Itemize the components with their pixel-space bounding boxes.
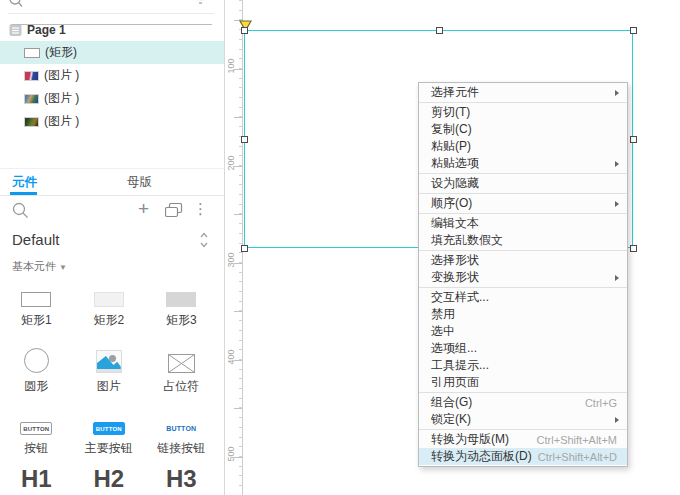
chevron-up-down-icon [199,231,209,249]
placeholder-icon [168,354,195,373]
widget-h3[interactable]: H3 [145,455,218,495]
rectangle2-icon [94,292,124,307]
menu-item-shortcut: Ctrl+G [585,397,619,409]
resize-handle-top-right[interactable] [630,27,637,34]
menu-item-label: 交互样式... [431,289,489,306]
context-menu: 选择元件 剪切(T) 复制(C) 粘贴(P) 粘贴选项 设为隐藏 顺序(O) 编… [418,82,628,467]
widget-label: 图片 [97,380,121,393]
menu-item-label: 组合(G) [431,394,472,411]
resize-handle-middle-left[interactable] [241,136,248,143]
menu-item-group[interactable]: 组合(G)Ctrl+G [419,394,627,411]
outline-item-label: (矩形) [45,44,77,61]
menu-item-select-shape[interactable]: 选择形状 [419,252,627,269]
menu-item-label: 顺序(O) [431,195,472,212]
menu-item-transform-shape[interactable]: 变换形状 [419,269,627,286]
widget-search-icon[interactable] [12,202,29,219]
widget-circle[interactable]: 圆形 [0,327,73,393]
libraries-icon[interactable] [165,203,183,218]
widget-h1[interactable]: H1 [0,455,73,495]
submenu-arrow-icon [615,275,619,281]
tab-masters[interactable]: 母版 [127,169,152,196]
widget-rectangle2[interactable]: 矩形2 [73,283,146,327]
section-label-text: 基本元件 [12,260,56,272]
menu-separator [419,193,627,194]
menu-separator [419,173,627,174]
menu-item-label: 选项组... [431,340,477,357]
menu-item-copy[interactable]: 复制(C) [419,121,627,138]
widget-rectangle1[interactable]: 矩形1 [0,283,73,327]
menu-item-paste-options[interactable]: 粘贴选项 [419,155,627,172]
resize-handle-bottom-left[interactable] [241,245,248,252]
button-widget-icon: BUTTON [20,422,52,435]
menu-item-label: 选中 [431,323,455,340]
section-caret-icon: ▼ [59,263,67,272]
h2-widget-label: H2 [93,465,124,493]
add-library-icon[interactable]: + [138,198,149,220]
menu-item-label: 选择元件 [431,84,479,101]
link-button-widget-icon: BUTTON [164,422,198,435]
outline-search-icon[interactable] [8,0,23,9]
widget-rectangle3[interactable]: 矩形3 [145,283,218,327]
menu-item-label: 锁定(K) [431,411,471,428]
more-options-icon[interactable]: ⋮ [193,200,208,218]
widget-link-button[interactable]: BUTTON 链接按钮 [145,393,218,455]
menu-item-order[interactable]: 顺序(O) [419,195,627,212]
widget-primary-button[interactable]: BUTTON 主要按钮 [73,393,146,455]
outline-item-image-1[interactable]: (图片 ) [0,64,224,87]
library-selector[interactable]: Default [0,228,224,254]
widget-grid: 矩形1 矩形2 矩形3 圆形 图片 [0,283,218,495]
resize-handle-top-middle[interactable] [436,27,443,34]
widget-image[interactable]: 图片 [73,327,146,393]
menu-item-fill-lorem[interactable]: 填充乱数假文 [419,232,627,249]
menu-item-convert-to-master[interactable]: 转换为母版(M)Ctrl+Shift+Alt+M [419,431,627,448]
menu-item-label: 转换为母版(M) [431,431,509,448]
menu-item-set-hidden[interactable]: 设为隐藏 [419,175,627,192]
tab-widgets-label: 元件 [12,174,37,191]
outline-separator [8,13,214,14]
widget-h2[interactable]: H2 [73,455,146,495]
menu-item-option-group[interactable]: 选项组... [419,340,627,357]
outline-page-row[interactable]: Page 1 [0,18,224,41]
menu-item-cut[interactable]: 剪切(T) [419,104,627,121]
outline-item-image-3[interactable]: (图片 ) [0,110,224,133]
menu-item-lock[interactable]: 锁定(K) [419,411,627,428]
menu-item-label: 粘贴(P) [431,138,471,155]
outline-item-label: (图片 ) [44,113,79,130]
widget-placeholder[interactable]: 占位符 [145,327,218,393]
outline-item-label: (图片 ) [44,67,79,84]
resize-handle-middle-right[interactable] [630,136,637,143]
menu-item-selected[interactable]: 选中 [419,323,627,340]
menu-item-tooltip[interactable]: 工具提示... [419,357,627,374]
menu-item-label: 引用页面 [431,374,479,391]
menu-item-label: 剪切(T) [431,104,470,121]
menu-item-label: 填充乱数假文 [431,232,503,249]
outline-item-rectangle[interactable]: (矩形) [0,41,224,64]
menu-item-interaction-styles[interactable]: 交互样式... [419,289,627,306]
h3-widget-label: H3 [166,465,197,493]
tab-masters-label: 母版 [127,174,152,191]
menu-item-paste[interactable]: 粘贴(P) [419,138,627,155]
outline-filter-icon[interactable] [194,0,207,5]
ruler-label: 100 [226,56,236,76]
menu-item-reference-page[interactable]: 引用页面 [419,374,627,391]
menu-item-disabled[interactable]: 禁用 [419,306,627,323]
resize-handle-top-left[interactable] [241,27,248,34]
widget-label: 矩形1 [21,314,52,327]
outline-item-image-2[interactable]: (图片 ) [0,87,224,110]
menu-separator [419,213,627,214]
menu-item-select-widget[interactable]: 选择元件 [419,84,627,101]
rectangle-icon [24,48,40,58]
ruler-label: 400 [226,347,236,367]
panel-tabs: 元件 母版 [0,168,224,196]
submenu-arrow-icon [615,417,619,423]
widget-label: 主要按钮 [85,442,133,455]
resize-handle-bottom-right[interactable] [630,245,637,252]
ruler-label: 200 [226,153,236,173]
menu-item-shortcut: Ctrl+Shift+Alt+D [538,451,619,463]
menu-item-label: 设为隐藏 [431,175,479,192]
menu-item-convert-to-dynamic-panel[interactable]: 转换为动态面板(D)Ctrl+Shift+Alt+D [419,448,627,465]
widget-button[interactable]: BUTTON 按钮 [0,393,73,455]
section-basic-widgets[interactable]: 基本元件▼ [12,259,67,274]
widget-label: 链接按钮 [157,442,205,455]
menu-item-edit-text[interactable]: 编辑文本 [419,215,627,232]
